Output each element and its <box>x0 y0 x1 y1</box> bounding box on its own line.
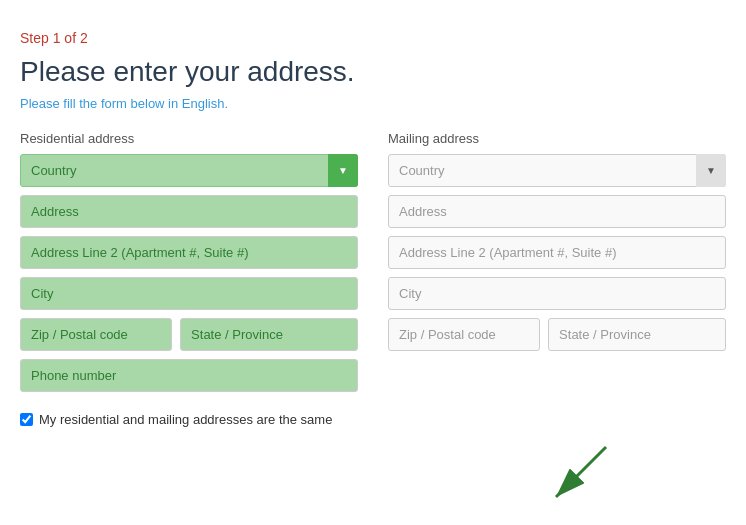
mailing-address-group <box>388 195 726 228</box>
arrow-icon <box>436 437 636 517</box>
bottom-section: Next <box>20 447 726 525</box>
residential-address-input[interactable] <box>20 195 358 228</box>
residential-city-input[interactable] <box>20 277 358 310</box>
mailing-zip-state-row <box>388 318 726 351</box>
residential-zip-input[interactable] <box>20 318 172 351</box>
residential-state-input[interactable] <box>180 318 358 351</box>
mailing-address2-input[interactable] <box>388 236 726 269</box>
mailing-country-group: Country <box>388 154 726 187</box>
residential-phone-group <box>20 359 358 392</box>
mailing-address2-group <box>388 236 726 269</box>
page-title: Please enter your address. <box>20 56 726 88</box>
mailing-city-group <box>388 277 726 310</box>
residential-city-group <box>20 277 358 310</box>
step-label: Step 1 of 2 <box>20 30 726 46</box>
mailing-section: Mailing address Country <box>388 131 726 400</box>
same-address-row: My residential and mailing addresses are… <box>20 412 726 427</box>
residential-phone-input[interactable] <box>20 359 358 392</box>
same-address-label: My residential and mailing addresses are… <box>39 412 332 427</box>
residential-country-group: Country <box>20 154 358 187</box>
mailing-city-input[interactable] <box>388 277 726 310</box>
mailing-state-input[interactable] <box>548 318 726 351</box>
residential-address2-group <box>20 236 358 269</box>
residential-zip-state-row <box>20 318 358 351</box>
mailing-country-select[interactable]: Country <box>388 154 726 187</box>
residential-country-select[interactable]: Country <box>20 154 358 187</box>
same-address-checkbox[interactable] <box>20 413 33 426</box>
residential-address2-input[interactable] <box>20 236 358 269</box>
mailing-address-input[interactable] <box>388 195 726 228</box>
svg-line-1 <box>556 447 606 497</box>
residential-label: Residential address <box>20 131 358 146</box>
mailing-zip-input[interactable] <box>388 318 540 351</box>
residential-section: Residential address Country <box>20 131 358 400</box>
arrow-container <box>20 447 726 525</box>
residential-address-group <box>20 195 358 228</box>
mailing-label: Mailing address <box>388 131 726 146</box>
subtitle: Please fill the form below in English. <box>20 96 726 111</box>
